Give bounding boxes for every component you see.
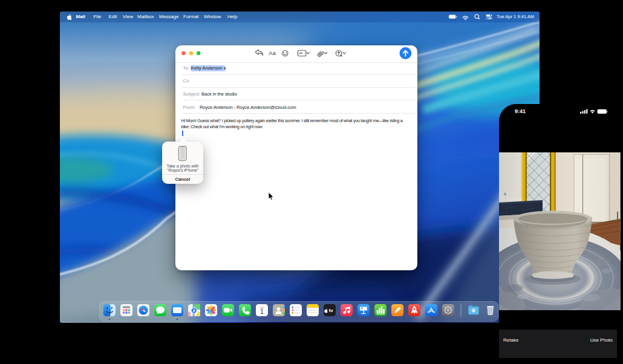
- svg-text:tv: tv: [329, 308, 334, 313]
- svg-text:Aa: Aa: [269, 50, 276, 56]
- svg-text:1: 1: [260, 308, 264, 315]
